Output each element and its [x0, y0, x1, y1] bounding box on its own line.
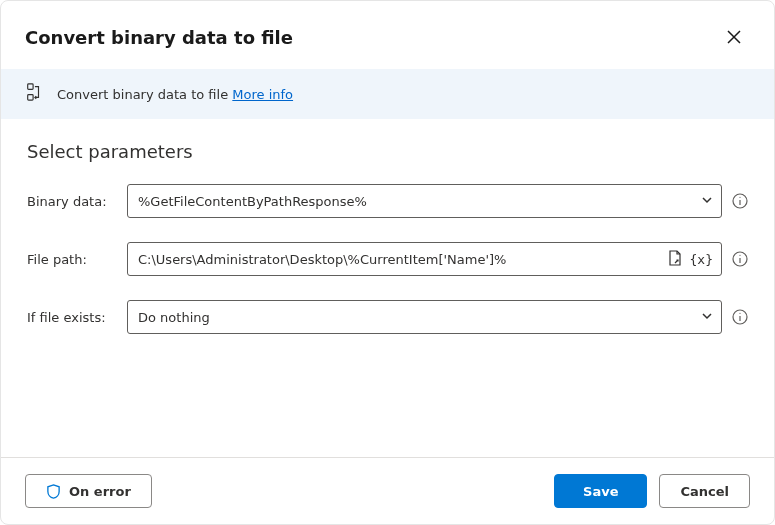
- info-banner: Convert binary data to file More info: [1, 69, 774, 119]
- file-path-info-button[interactable]: [732, 251, 748, 267]
- file-path-input-wrap: {x}: [127, 242, 722, 276]
- svg-point-10: [739, 313, 740, 314]
- binary-data-label: Binary data:: [27, 194, 115, 209]
- binary-data-row: Binary data: %GetFileContentByPathRespon…: [27, 184, 748, 218]
- section-title: Select parameters: [27, 141, 748, 162]
- binary-data-info-button[interactable]: [732, 193, 748, 209]
- file-picker-button[interactable]: [666, 249, 684, 270]
- svg-point-7: [739, 255, 740, 256]
- content-area: Select parameters Binary data: %GetFileC…: [1, 119, 774, 457]
- if-exists-value: Do nothing: [138, 310, 210, 325]
- if-exists-row: If file exists: Do nothing: [27, 300, 748, 334]
- binary-data-value: %GetFileContentByPathResponse%: [138, 194, 367, 209]
- on-error-button[interactable]: On error: [25, 474, 152, 508]
- dialog-header: Convert binary data to file: [1, 1, 774, 69]
- svg-point-4: [739, 197, 740, 198]
- action-icon: [25, 83, 43, 105]
- more-info-link[interactable]: More info: [232, 87, 293, 102]
- shield-icon: [46, 484, 61, 499]
- save-button[interactable]: Save: [554, 474, 647, 508]
- close-button[interactable]: [718, 21, 750, 53]
- if-exists-label: If file exists:: [27, 310, 115, 325]
- svg-rect-1: [28, 95, 33, 100]
- cancel-button[interactable]: Cancel: [659, 474, 750, 508]
- file-path-input[interactable]: [138, 252, 666, 267]
- if-exists-select[interactable]: Do nothing: [127, 300, 722, 334]
- dialog-title: Convert binary data to file: [25, 27, 293, 48]
- file-path-row: File path: {x}: [27, 242, 748, 276]
- file-path-label: File path:: [27, 252, 115, 267]
- variable-picker-button[interactable]: {x}: [690, 252, 713, 267]
- binary-data-select[interactable]: %GetFileContentByPathResponse%: [127, 184, 722, 218]
- dialog-footer: On error Save Cancel: [1, 457, 774, 524]
- close-icon: [727, 30, 741, 44]
- if-exists-info-button[interactable]: [732, 309, 748, 325]
- chevron-down-icon: [701, 310, 713, 325]
- banner-text: Convert binary data to file More info: [57, 87, 293, 102]
- chevron-down-icon: [701, 194, 713, 209]
- svg-rect-0: [28, 84, 33, 89]
